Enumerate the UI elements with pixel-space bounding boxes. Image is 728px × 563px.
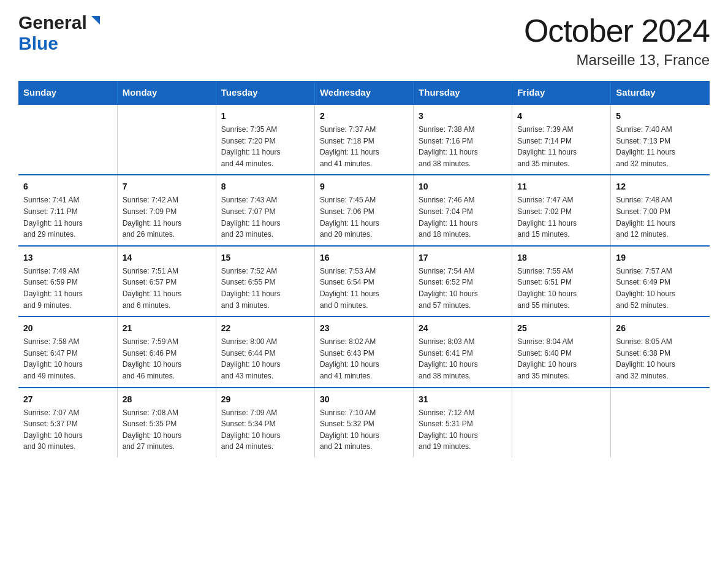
page-header: General Blue October 2024 Marseille 13, … xyxy=(18,12,710,69)
day-info: Sunrise: 7:54 AMSunset: 6:52 PMDaylight:… xyxy=(419,266,507,311)
day-number: 10 xyxy=(419,180,507,193)
location-subtitle: Marseille 13, France xyxy=(524,52,710,69)
calendar-cell xyxy=(611,388,710,458)
day-info: Sunrise: 7:45 AMSunset: 7:06 PMDaylight:… xyxy=(320,194,408,240)
day-info: Sunrise: 8:00 AMSunset: 6:44 PMDaylight:… xyxy=(221,336,309,381)
calendar-cell: 8Sunrise: 7:43 AMSunset: 7:07 PMDaylight… xyxy=(216,175,314,245)
calendar-cell: 14Sunrise: 7:51 AMSunset: 6:57 PMDayligh… xyxy=(117,246,216,316)
day-info: Sunrise: 7:09 AMSunset: 5:34 PMDaylight:… xyxy=(221,407,309,453)
day-number: 26 xyxy=(616,322,705,335)
day-number: 28 xyxy=(123,393,211,406)
calendar-cell xyxy=(117,104,216,175)
day-number: 27 xyxy=(23,393,112,406)
calendar-cell: 21Sunrise: 7:59 AMSunset: 6:46 PMDayligh… xyxy=(117,316,216,387)
day-info: Sunrise: 7:48 AMSunset: 7:00 PMDaylight:… xyxy=(616,194,705,240)
day-info: Sunrise: 7:47 AMSunset: 7:02 PMDaylight:… xyxy=(517,194,605,240)
calendar-week-row: 1Sunrise: 7:35 AMSunset: 7:20 PMDaylight… xyxy=(18,104,710,175)
day-info: Sunrise: 7:58 AMSunset: 6:47 PMDaylight:… xyxy=(23,336,112,381)
calendar-cell: 5Sunrise: 7:40 AMSunset: 7:13 PMDaylight… xyxy=(611,104,710,175)
day-number: 1 xyxy=(221,110,309,123)
calendar-cell: 16Sunrise: 7:53 AMSunset: 6:54 PMDayligh… xyxy=(314,246,413,316)
day-number: 12 xyxy=(616,180,705,193)
calendar-cell: 6Sunrise: 7:41 AMSunset: 7:11 PMDaylight… xyxy=(18,175,117,245)
day-info: Sunrise: 7:08 AMSunset: 5:35 PMDaylight:… xyxy=(123,407,211,453)
day-number: 31 xyxy=(419,393,507,406)
calendar-cell: 15Sunrise: 7:52 AMSunset: 6:55 PMDayligh… xyxy=(216,246,314,316)
logo-blue-text: Blue xyxy=(18,33,58,53)
day-number: 7 xyxy=(123,180,211,193)
day-info: Sunrise: 7:43 AMSunset: 7:07 PMDaylight:… xyxy=(221,194,309,240)
calendar-cell: 23Sunrise: 8:02 AMSunset: 6:43 PMDayligh… xyxy=(314,316,413,387)
calendar-cell: 11Sunrise: 7:47 AMSunset: 7:02 PMDayligh… xyxy=(512,175,611,245)
calendar-cell: 10Sunrise: 7:46 AMSunset: 7:04 PMDayligh… xyxy=(414,175,512,245)
calendar-cell: 3Sunrise: 7:38 AMSunset: 7:16 PMDaylight… xyxy=(414,104,512,175)
day-number: 14 xyxy=(123,251,211,264)
calendar-cell: 2Sunrise: 7:37 AMSunset: 7:18 PMDaylight… xyxy=(314,104,413,175)
day-header-tuesday: Tuesday xyxy=(216,81,314,104)
calendar-week-row: 20Sunrise: 7:58 AMSunset: 6:47 PMDayligh… xyxy=(18,316,710,387)
day-info: Sunrise: 8:02 AMSunset: 6:43 PMDaylight:… xyxy=(320,336,408,381)
calendar-cell: 4Sunrise: 7:39 AMSunset: 7:14 PMDaylight… xyxy=(512,104,611,175)
day-info: Sunrise: 7:12 AMSunset: 5:31 PMDaylight:… xyxy=(419,407,507,453)
day-number: 3 xyxy=(419,110,507,123)
calendar-cell: 18Sunrise: 7:55 AMSunset: 6:51 PMDayligh… xyxy=(512,246,611,316)
calendar-cell: 25Sunrise: 8:04 AMSunset: 6:40 PMDayligh… xyxy=(512,316,611,387)
title-block: October 2024 Marseille 13, France xyxy=(524,12,710,69)
logo-arrow-icon xyxy=(89,13,102,29)
day-number: 9 xyxy=(320,180,408,193)
day-number: 4 xyxy=(517,110,605,123)
calendar-cell: 9Sunrise: 7:45 AMSunset: 7:06 PMDaylight… xyxy=(314,175,413,245)
day-number: 22 xyxy=(221,322,309,335)
day-number: 17 xyxy=(419,251,507,264)
calendar-cell: 12Sunrise: 7:48 AMSunset: 7:00 PMDayligh… xyxy=(611,175,710,245)
day-header-saturday: Saturday xyxy=(611,81,710,104)
calendar-cell: 1Sunrise: 7:35 AMSunset: 7:20 PMDaylight… xyxy=(216,104,314,175)
day-number: 15 xyxy=(221,251,309,264)
day-info: Sunrise: 7:39 AMSunset: 7:14 PMDaylight:… xyxy=(517,124,605,169)
day-info: Sunrise: 7:10 AMSunset: 5:32 PMDaylight:… xyxy=(320,407,408,453)
logo-general-text: General xyxy=(18,12,87,33)
calendar-cell: 30Sunrise: 7:10 AMSunset: 5:32 PMDayligh… xyxy=(314,388,413,458)
day-number: 18 xyxy=(517,251,605,264)
day-info: Sunrise: 7:53 AMSunset: 6:54 PMDaylight:… xyxy=(320,266,408,311)
day-header-monday: Monday xyxy=(117,81,216,104)
day-info: Sunrise: 8:04 AMSunset: 6:40 PMDaylight:… xyxy=(517,336,605,381)
day-info: Sunrise: 7:57 AMSunset: 6:49 PMDaylight:… xyxy=(616,266,705,311)
calendar-cell: 28Sunrise: 7:08 AMSunset: 5:35 PMDayligh… xyxy=(117,388,216,458)
month-year-title: October 2024 xyxy=(524,12,710,49)
day-number: 29 xyxy=(221,393,309,406)
day-info: Sunrise: 8:05 AMSunset: 6:38 PMDaylight:… xyxy=(616,336,705,381)
day-number: 6 xyxy=(23,180,112,193)
calendar-cell xyxy=(18,104,117,175)
logo: General Blue xyxy=(18,12,102,54)
day-info: Sunrise: 7:55 AMSunset: 6:51 PMDaylight:… xyxy=(517,266,605,311)
day-number: 20 xyxy=(23,322,112,335)
day-info: Sunrise: 7:52 AMSunset: 6:55 PMDaylight:… xyxy=(221,266,309,311)
calendar-cell: 20Sunrise: 7:58 AMSunset: 6:47 PMDayligh… xyxy=(18,316,117,387)
calendar-cell: 7Sunrise: 7:42 AMSunset: 7:09 PMDaylight… xyxy=(117,175,216,245)
calendar-cell: 31Sunrise: 7:12 AMSunset: 5:31 PMDayligh… xyxy=(414,388,512,458)
day-info: Sunrise: 7:42 AMSunset: 7:09 PMDaylight:… xyxy=(123,194,211,240)
day-header-friday: Friday xyxy=(512,81,611,104)
day-header-sunday: Sunday xyxy=(18,81,117,104)
day-number: 5 xyxy=(616,110,705,123)
calendar-table: SundayMondayTuesdayWednesdayThursdayFrid… xyxy=(18,81,710,458)
day-header-thursday: Thursday xyxy=(414,81,512,104)
day-info: Sunrise: 7:37 AMSunset: 7:18 PMDaylight:… xyxy=(320,124,408,169)
calendar-cell: 19Sunrise: 7:57 AMSunset: 6:49 PMDayligh… xyxy=(611,246,710,316)
day-number: 25 xyxy=(517,322,605,335)
calendar-week-row: 13Sunrise: 7:49 AMSunset: 6:59 PMDayligh… xyxy=(18,246,710,316)
day-info: Sunrise: 7:38 AMSunset: 7:16 PMDaylight:… xyxy=(419,124,507,169)
day-info: Sunrise: 7:40 AMSunset: 7:13 PMDaylight:… xyxy=(616,124,705,169)
day-number: 30 xyxy=(320,393,408,406)
day-info: Sunrise: 7:46 AMSunset: 7:04 PMDaylight:… xyxy=(419,194,507,240)
calendar-cell: 27Sunrise: 7:07 AMSunset: 5:37 PMDayligh… xyxy=(18,388,117,458)
calendar-week-row: 6Sunrise: 7:41 AMSunset: 7:11 PMDaylight… xyxy=(18,175,710,245)
day-info: Sunrise: 7:59 AMSunset: 6:46 PMDaylight:… xyxy=(123,336,211,381)
day-header-wednesday: Wednesday xyxy=(314,81,413,104)
day-number: 8 xyxy=(221,180,309,193)
calendar-header-row: SundayMondayTuesdayWednesdayThursdayFrid… xyxy=(18,81,710,104)
calendar-cell: 26Sunrise: 8:05 AMSunset: 6:38 PMDayligh… xyxy=(611,316,710,387)
day-info: Sunrise: 7:35 AMSunset: 7:20 PMDaylight:… xyxy=(221,124,309,169)
day-number: 16 xyxy=(320,251,408,264)
